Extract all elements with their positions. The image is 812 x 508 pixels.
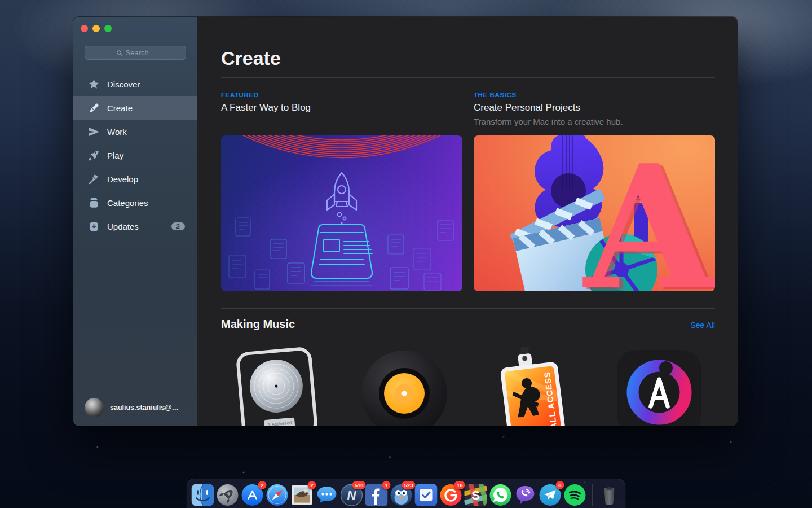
dock-whatsapp-icon[interactable] — [489, 483, 512, 507]
see-all-link[interactable]: See All — [690, 321, 715, 330]
creative-hub-illustration: A A — [474, 135, 715, 291]
notification-badge: 16 — [454, 481, 465, 489]
avatar — [85, 398, 104, 417]
hammer-icon — [87, 173, 100, 185]
sidebar: Discover Create Work Play — [73, 17, 197, 426]
dock-slack-icon[interactable]: S — [465, 483, 487, 507]
sidebar-nav: Discover Create Work Play — [73, 72, 197, 238]
divider — [221, 77, 715, 78]
dock-telegram-icon[interactable]: 6 — [539, 483, 562, 507]
notification-badge: 2 — [308, 481, 316, 489]
notification-badge: 6 — [556, 481, 564, 489]
categories-icon — [87, 196, 100, 209]
basics-title: Create Personal Projects — [474, 102, 715, 113]
sidebar-item-updates[interactable]: Updates 2 — [73, 214, 197, 238]
sidebar-item-play[interactable]: Play — [73, 143, 197, 167]
app-store-window: Discover Create Work Play — [73, 17, 738, 426]
account-row[interactable]: saulius.staniulis@… — [85, 398, 179, 417]
letter-a: A — [581, 135, 715, 291]
updates-count-badge: 2 — [171, 222, 185, 230]
basics-card-projects[interactable]: A A — [474, 135, 715, 291]
search-icon — [116, 50, 123, 56]
dock-app-store-icon[interactable]: 2 — [241, 483, 264, 507]
logic-pro-icon[interactable]: J. Appleseed — [229, 345, 325, 426]
dock-things-icon[interactable] — [415, 483, 438, 507]
dock-divider — [592, 484, 593, 506]
featured-card-blog[interactable] — [221, 135, 462, 291]
sidebar-item-label: Discover — [107, 80, 140, 89]
notification-badge: 510 — [352, 481, 366, 489]
blog-rocket-illustration — [221, 135, 462, 291]
section-title: Making Music — [221, 318, 295, 331]
sidebar-item-label: Work — [107, 127, 127, 137]
zoom-button[interactable] — [104, 25, 112, 32]
sidebar-item-discover[interactable]: Discover — [73, 72, 197, 96]
notification-badge: 1 — [382, 481, 391, 489]
close-button[interactable] — [81, 25, 88, 32]
dock-launchpad-icon[interactable] — [217, 483, 239, 507]
basics-eyebrow: THE BASICS — [474, 91, 715, 98]
dock: 2 2 — [187, 479, 626, 508]
sidebar-item-label: Updates — [107, 222, 139, 231]
sidebar-item-label: Play — [107, 151, 123, 160]
dock-twitterrific-icon[interactable]: 523 — [390, 483, 413, 507]
dock-finder-icon[interactable] — [192, 483, 214, 507]
featured-title: A Faster Way to Blog — [221, 102, 462, 113]
page-title: Create — [221, 47, 715, 69]
sidebar-item-categories[interactable]: Categories — [73, 191, 197, 214]
dock-facebook-icon[interactable]: 1 — [365, 483, 388, 507]
sidebar-item-create[interactable]: Create — [73, 96, 197, 120]
mainstage-pass-icon[interactable]: ALL ACCESS — [484, 345, 580, 426]
account-name: saulius.staniulis@… — [110, 404, 179, 411]
svg-text:S: S — [471, 488, 480, 502]
dock-spotify-icon[interactable] — [564, 483, 586, 507]
dock-safari-icon[interactable] — [266, 483, 289, 507]
dock-notability-icon[interactable]: 510 N — [341, 483, 363, 507]
notification-badge: 523 — [402, 481, 416, 489]
updates-icon — [87, 220, 100, 233]
sidebar-item-label: Create — [107, 103, 133, 113]
svg-text:N: N — [347, 488, 357, 502]
sidebar-item-label: Develop — [107, 174, 138, 184]
dock-trash-icon[interactable] — [598, 483, 621, 507]
dock-mail-icon[interactable]: 2 — [291, 483, 314, 507]
search-input[interactable] — [126, 49, 155, 57]
rocket-icon — [87, 149, 100, 161]
paintbrush-icon — [87, 102, 100, 114]
djay-vinyl-icon[interactable] — [356, 345, 452, 426]
window-controls — [73, 17, 197, 32]
making-music-apps: J. Appleseed — [221, 345, 715, 426]
sidebar-item-label: Categories — [107, 198, 148, 208]
sidebar-item-work[interactable]: Work — [73, 120, 197, 143]
paper-plane-icon — [87, 125, 100, 138]
sidebar-item-develop[interactable]: Develop — [73, 167, 197, 191]
a-ring-icon[interactable] — [611, 345, 707, 426]
dock-viber-icon[interactable] — [514, 483, 537, 507]
star-icon — [87, 78, 100, 90]
divider — [221, 308, 715, 309]
dock-messages-icon[interactable] — [316, 483, 338, 507]
basics-subtitle: Transform your Mac into a creative hub. — [474, 117, 715, 126]
main-content: Create FEATURED A Faster Way to Blog THE… — [197, 17, 738, 426]
search-field[interactable] — [85, 46, 186, 60]
featured-eyebrow: FEATURED — [221, 91, 462, 98]
notification-badge: 2 — [258, 481, 267, 489]
minimize-button[interactable] — [92, 25, 100, 32]
dock-g-app-icon[interactable]: 16 — [440, 483, 462, 507]
